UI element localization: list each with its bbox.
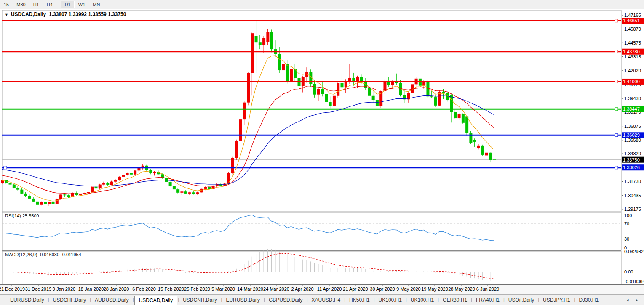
scroll-left-icon[interactable]: ◄ bbox=[625, 298, 629, 302]
tab-eurusd-daily[interactable]: EURUSD,Daily bbox=[222, 296, 263, 304]
hline-handle[interactable] bbox=[4, 166, 7, 169]
price-axis-label: 1.34320 bbox=[624, 151, 641, 156]
hline-handle[interactable] bbox=[615, 80, 618, 83]
price-axis-label: 1.42020 bbox=[624, 68, 641, 73]
tab-eurusd-daily[interactable]: EURUSD,Daily bbox=[7, 296, 48, 304]
tab-usoil-daily[interactable]: USOil,Daily bbox=[505, 296, 537, 304]
price-badge-label: 1.43780 bbox=[623, 49, 640, 54]
macd-axis-label: -0.018364 bbox=[624, 279, 644, 284]
dropdown-arrow-icon[interactable]: ▼ bbox=[5, 13, 8, 17]
price-axis-label: 1.29175 bbox=[624, 207, 641, 212]
date-label: 5 Mar 2020 bbox=[211, 286, 235, 292]
price-axis-label: 1.44575 bbox=[624, 40, 641, 45]
date-label: 2 Apr 2020 bbox=[291, 286, 313, 292]
date-label: 31 Dec 2019 bbox=[25, 286, 51, 292]
date-label: 9 Jan 2020 bbox=[53, 286, 75, 292]
tab-audusd-daily[interactable]: AUDUSD,Daily bbox=[91, 296, 132, 304]
tab-uk100-h1[interactable]: UK100,H1 bbox=[375, 296, 405, 304]
timeframe-button-m30[interactable]: M30 bbox=[13, 1, 29, 8]
price-axis-label: 1.45870 bbox=[624, 27, 641, 32]
price-badge-label: 1.41000 bbox=[623, 79, 640, 84]
price-axis-label: 1.36875 bbox=[624, 124, 641, 129]
date-label: 18 Jan 2020 bbox=[78, 286, 104, 292]
hline-handle[interactable] bbox=[615, 19, 618, 22]
rsi-axis-label: 100 bbox=[624, 213, 632, 218]
timeframe-button-mn[interactable]: MN bbox=[89, 1, 104, 8]
price-axis-label: 1.31730 bbox=[624, 179, 641, 184]
date-label: 28 Jan 2020 bbox=[104, 286, 129, 292]
price-axis-label: 1.43315 bbox=[624, 54, 641, 59]
date-label: 6 Jun 2020 bbox=[476, 286, 499, 292]
timeframe-button-h4[interactable]: H4 bbox=[43, 1, 56, 8]
date-label: 21 Dec 2019 bbox=[0, 286, 25, 292]
chart-title: ▼USDCAD,Daily 1.33807 1.33992 1.33559 1.… bbox=[5, 11, 126, 17]
tab-ger30-h1[interactable]: GER30,H1 bbox=[439, 296, 470, 304]
hline-handle[interactable] bbox=[615, 50, 618, 53]
tab-hk50-h1[interactable]: HK50,H1 bbox=[346, 296, 373, 304]
hline-handle[interactable] bbox=[615, 108, 618, 111]
tab-dj30-h1[interactable]: DJ30,H1 bbox=[575, 296, 602, 304]
date-label: 28 May 2020 bbox=[448, 286, 475, 292]
symbol-title: USDCAD,Daily bbox=[11, 11, 46, 17]
tab-fra40-h1[interactable]: FRA40,H1 bbox=[473, 296, 503, 304]
date-label: 9 May 2020 bbox=[396, 286, 420, 292]
date-label: 21 Apr 2020 bbox=[343, 286, 368, 292]
rsi-axis-label: 70 bbox=[624, 221, 629, 226]
timeframe-toolbar: 15M30H1H4D1W1MN bbox=[0, 0, 644, 9]
tab-usdcnh-daily[interactable]: USDCNH,Daily bbox=[179, 296, 220, 304]
rsi-axis-label: 30 bbox=[624, 236, 629, 241]
timeframe-button-d1[interactable]: D1 bbox=[61, 1, 75, 8]
price-badge-label: 1.33026 bbox=[623, 165, 640, 170]
tab-usdcad-daily[interactable]: USDCAD,Daily bbox=[134, 296, 178, 305]
date-label: 24 Mar 2020 bbox=[263, 286, 289, 292]
date-label: 11 Apr 2020 bbox=[317, 286, 342, 292]
price-axis-label: 1.30435 bbox=[624, 193, 641, 198]
macd-axis-label: 0.00 bbox=[624, 269, 633, 274]
price-axis-label: 1.47165 bbox=[624, 13, 641, 18]
timeframe-button-15[interactable]: 15 bbox=[0, 1, 13, 8]
timeframe-button-w1[interactable]: W1 bbox=[75, 1, 89, 8]
tab-usdchf-daily[interactable]: USDCHF,Daily bbox=[50, 296, 90, 304]
price-axis-label: 1.35580 bbox=[624, 138, 641, 143]
date-label: 14 Mar 2020 bbox=[237, 286, 263, 292]
tab-uk100-h1[interactable]: UK100,H1 bbox=[407, 296, 437, 304]
tab-scroll-arrows: ◄► bbox=[625, 298, 644, 302]
rsi-panel bbox=[2, 212, 621, 250]
price-badge-label: 1.33750 bbox=[623, 157, 640, 162]
rsi-indicator-label: RSI(14) 25.5509 bbox=[5, 213, 39, 218]
trading-terminal-window: 15M30H1H4D1W1MN 1.471651.458701.445751.4… bbox=[0, 0, 644, 305]
tab-usdjpy-h1[interactable]: USDJPY,H1 bbox=[540, 296, 573, 304]
toolbar-separator bbox=[106, 1, 106, 8]
toolbar-separator bbox=[59, 1, 59, 8]
tab-gbpusd-daily[interactable]: GBPUSD,Daily bbox=[265, 296, 306, 304]
price-badge-label: 1.38447 bbox=[623, 106, 640, 111]
hline-handle[interactable] bbox=[615, 134, 618, 137]
price-badge-label: 1.36029 bbox=[623, 133, 640, 138]
date-label: 6 Feb 2020 bbox=[132, 286, 156, 292]
macd-indicator-label: MACD(12,26,9) -0.016030 -0.011954 bbox=[5, 252, 81, 257]
timeframe-button-h1[interactable]: H1 bbox=[29, 1, 43, 8]
date-label: 19 May 2020 bbox=[421, 286, 448, 292]
macd-axis-label: 0.032982 bbox=[624, 249, 644, 254]
date-label: 25 Feb 2020 bbox=[184, 286, 210, 292]
tab-xauusd-h4[interactable]: XAUUSD,H4 bbox=[308, 296, 344, 304]
hline-handle[interactable] bbox=[615, 166, 618, 169]
date-label: 15 Feb 2020 bbox=[158, 286, 184, 292]
scroll-right-icon[interactable]: ► bbox=[635, 298, 639, 302]
price-axis-label: 1.39430 bbox=[624, 96, 641, 101]
price-badge-label: 1.46651 bbox=[623, 18, 640, 23]
date-label: 30 Apr 2020 bbox=[370, 286, 395, 292]
chart-tab-bar: EURUSD,Daily|USDCHF,Daily|AUDUSD,Daily|U… bbox=[0, 294, 644, 305]
chart-canvas[interactable]: 1.471651.458701.445751.433151.420201.407… bbox=[0, 9, 644, 294]
ohlc-values: 1.33807 1.33992 1.33559 1.33750 bbox=[49, 11, 126, 17]
macd-panel bbox=[2, 251, 621, 284]
main-price-panel bbox=[2, 10, 621, 212]
